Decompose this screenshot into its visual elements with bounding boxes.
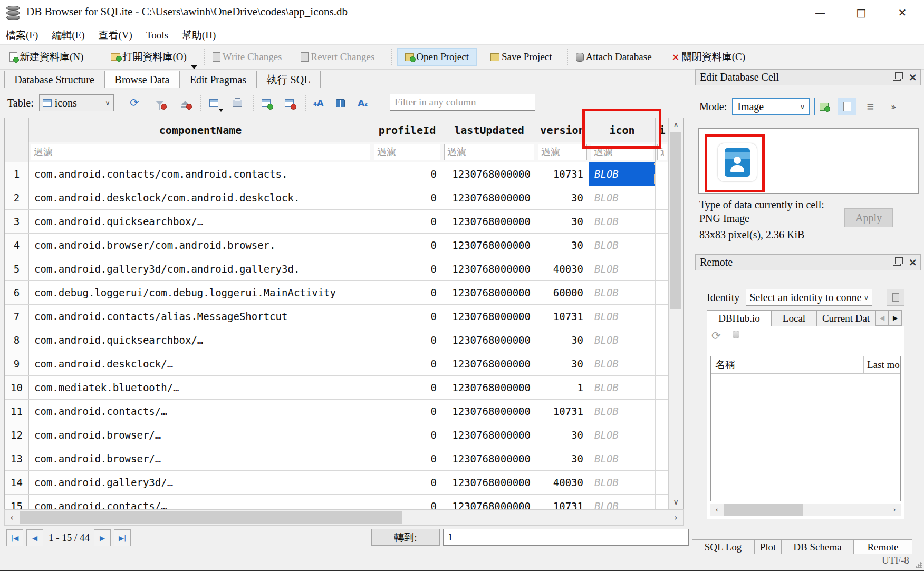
cell-profileId[interactable]: 0 — [372, 447, 442, 470]
scroll-left-icon[interactable]: ‹ — [5, 510, 19, 525]
refresh-icon[interactable]: ⟳ — [711, 331, 721, 341]
refresh-button[interactable]: ⟳ — [127, 95, 142, 111]
cell-icon[interactable]: BLOB — [589, 162, 656, 186]
cell-icon[interactable]: BLOB — [589, 400, 656, 423]
more-options-button[interactable]: » — [884, 98, 903, 115]
cell-version[interactable]: 1 — [536, 376, 589, 399]
cell-icon[interactable]: BLOB — [589, 471, 656, 494]
close-button[interactable]: ✕ — [890, 4, 915, 21]
save-filter-button[interactable] — [177, 95, 193, 111]
cell-icon[interactable]: BLOB — [589, 328, 656, 352]
cell-icon[interactable]: BLOB — [589, 234, 656, 257]
cell-lastUpdated[interactable]: 1230768000000 — [442, 471, 536, 494]
tab-edit-pragmas[interactable]: Edit Pragmas — [180, 71, 256, 88]
filter-any-column-input[interactable] — [390, 94, 535, 111]
write-changes-button[interactable]: Write Changes — [209, 49, 285, 65]
dock-tab-remote[interactable]: Remote — [853, 539, 912, 554]
column-header-lastUpdated[interactable]: lastUpdated — [442, 118, 536, 142]
cell-profileId[interactable]: 0 — [372, 257, 442, 280]
row-number[interactable]: 5 — [5, 257, 29, 280]
last-page-button[interactable]: ▶| — [114, 529, 131, 546]
cell-lastUpdated[interactable]: 1230768000000 — [442, 447, 536, 470]
horizontal-scrollbar[interactable]: ‹ › — [4, 509, 684, 526]
scroll-right-icon[interactable]: › — [888, 504, 901, 516]
cell-version[interactable]: 10731 — [536, 162, 589, 186]
open-project-button[interactable]: Open Project — [397, 48, 477, 66]
tab-execute-sql[interactable]: 執行 SQL — [256, 71, 321, 88]
row-number[interactable]: 2 — [5, 186, 29, 209]
cell-lastUpdated[interactable]: 1230768000000 — [442, 210, 536, 233]
filter-input-version[interactable] — [538, 144, 587, 160]
row-number[interactable]: 10 — [5, 376, 29, 399]
cell-lastUpdated[interactable]: 1230768000000 — [442, 186, 536, 209]
cell-profileId[interactable]: 0 — [372, 328, 442, 352]
cell-componentName[interactable]: com.android.contacts/alias.MessageShortc… — [29, 305, 372, 328]
first-page-button[interactable]: |◀ — [6, 529, 23, 546]
column-last-modified-header[interactable]: Last mo — [864, 356, 900, 373]
remote-scrollbar-thumb[interactable] — [724, 504, 803, 516]
minimize-button[interactable]: — — [808, 4, 832, 21]
cell-version[interactable]: 30 — [536, 234, 589, 257]
row-number[interactable]: 9 — [5, 352, 29, 375]
cell-version[interactable]: 40030 — [536, 257, 589, 280]
cell-profileId[interactable]: 0 — [372, 234, 442, 257]
cell-lastUpdated[interactable]: 1230768000000 — [442, 281, 536, 304]
cell-profileId[interactable]: 0 — [372, 423, 442, 447]
cell-componentName[interactable]: com.android.browser/com.android.browser. — [29, 234, 372, 257]
dock-tab-db-schema[interactable]: DB Schema — [782, 539, 853, 554]
float-panel-icon[interactable] — [893, 259, 901, 266]
column-header-version[interactable]: version — [536, 118, 589, 142]
cell-lastUpdated[interactable]: 1230768000000 — [442, 328, 536, 352]
identity-select[interactable]: Select an identity to conne ∨ — [746, 289, 872, 306]
resize-grip[interactable] — [916, 562, 922, 568]
row-number[interactable]: 8 — [5, 328, 29, 352]
cell-componentName[interactable]: com.android.contacts/… — [29, 400, 372, 423]
cell-icon[interactable]: BLOB — [589, 423, 656, 447]
cell-version[interactable]: 10731 — [536, 305, 589, 328]
cell-componentName[interactable]: com.mediatek.bluetooth/… — [29, 376, 372, 399]
close-panel-icon[interactable]: × — [908, 257, 917, 267]
filter-input-componentName[interactable] — [31, 144, 370, 160]
dock-splitter[interactable] — [686, 69, 691, 548]
goto-record-input[interactable] — [443, 529, 689, 546]
attach-database-button[interactable]: Attach Database — [573, 49, 655, 65]
new-database-button[interactable]: 新建資料庫(N) — [6, 47, 86, 66]
menu-view[interactable]: 查看(V) — [93, 26, 138, 44]
goto-button[interactable]: 轉到: — [371, 529, 440, 546]
save-project-button[interactable]: Save Project — [487, 49, 555, 65]
cell-version[interactable]: 30 — [536, 328, 589, 352]
remote-tab-local[interactable]: Local — [772, 310, 816, 326]
font-button[interactable]: 4A — [311, 95, 326, 111]
menu-file[interactable]: 檔案(F) — [0, 26, 44, 44]
row-number[interactable]: 11 — [5, 400, 29, 423]
dictionary-button[interactable] — [333, 95, 349, 111]
row-number[interactable]: 6 — [5, 281, 29, 304]
print-button[interactable] — [229, 95, 245, 111]
cell-lastUpdated[interactable]: 1230768000000 — [442, 162, 536, 186]
cell-icon[interactable]: BLOB — [589, 352, 656, 375]
cell-lastUpdated[interactable]: 1230768000000 — [442, 352, 536, 375]
insert-record-button[interactable] — [258, 95, 274, 111]
cell-componentName[interactable]: com.android.quicksearchbox/… — [29, 210, 372, 233]
column-name-header[interactable]: 名稱 — [711, 356, 864, 373]
delete-record-button[interactable] — [282, 95, 297, 111]
cell-version[interactable]: 30 — [536, 423, 589, 447]
tab-database-structure[interactable]: Database Structure — [4, 71, 104, 88]
cell-profileId[interactable]: 0 — [372, 281, 442, 304]
cell-version[interactable]: 30 — [536, 447, 589, 470]
row-number[interactable]: 12 — [5, 423, 29, 447]
cell-profileId[interactable]: 0 — [372, 210, 442, 233]
tab-scroll-right-icon[interactable]: ▶ — [889, 310, 902, 326]
column-header-profileId[interactable]: profileId — [372, 118, 442, 142]
filter-input-profileId[interactable] — [374, 144, 440, 160]
cell-lastUpdated[interactable]: 1230768000000 — [442, 423, 536, 447]
cell-icon[interactable]: BLOB — [589, 447, 656, 470]
cell-componentName[interactable]: com.android.browser/… — [29, 423, 372, 447]
cell-lastUpdated[interactable]: 1230768000000 — [442, 376, 536, 399]
cell-icon[interactable]: BLOB — [589, 305, 656, 328]
cell-profileId[interactable]: 0 — [372, 162, 442, 186]
filter-input-lastUpdated[interactable] — [444, 144, 534, 160]
cell-icon[interactable]: BLOB — [589, 257, 656, 280]
row-number[interactable]: 7 — [5, 305, 29, 328]
row-number[interactable]: 14 — [5, 471, 29, 494]
